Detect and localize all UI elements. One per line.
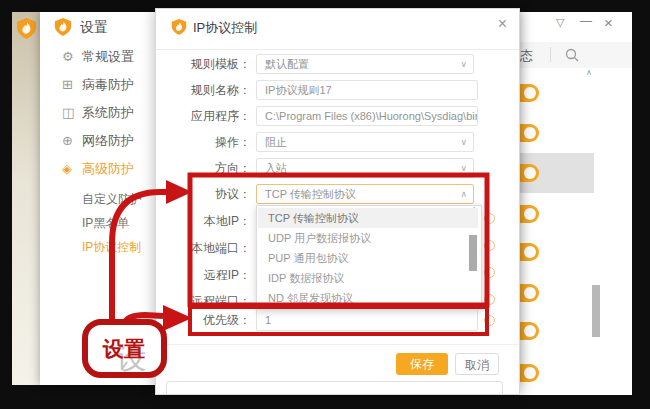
application-path-input[interactable]: C:\Program Files (x86)\Huorong\Sysdiag\b…	[256, 106, 478, 126]
status-column-label: 态	[520, 47, 533, 65]
dropdown-option-tcp[interactable]: TCP 传输控制协议	[258, 208, 478, 228]
sidebar-item-virus-protection[interactable]: ⊞病毒防护	[62, 75, 134, 95]
protection-toggle[interactable]	[518, 243, 539, 261]
remote-port-label: 远程端口：	[171, 291, 251, 311]
toggle-knob	[524, 246, 536, 258]
sidebar-subitem-ip-protocol-control[interactable]: IP协议控制	[82, 237, 141, 257]
toggle-knob	[524, 367, 536, 379]
close-icon[interactable]: ×	[498, 15, 507, 33]
chevron-up-icon[interactable]: ∧	[586, 68, 592, 77]
list-header-bar: 态	[518, 42, 632, 68]
rule-name-label: 规则名称：	[171, 80, 251, 100]
system-shield-icon: ◫	[62, 103, 82, 123]
dropdown-option-udp[interactable]: UDP 用户数据报协议	[258, 228, 478, 248]
main-window-panel: ▽ — × 态 ∧	[518, 12, 632, 395]
protection-toggle[interactable]	[518, 164, 539, 182]
rule-template-value: 默认配置	[265, 58, 309, 70]
close-icon[interactable]: ×	[604, 14, 613, 31]
priority-label: 优先级：	[171, 310, 251, 330]
virus-shield-icon: ⊞	[62, 75, 82, 95]
toggle-knob	[524, 325, 536, 337]
protection-toggle[interactable]	[518, 84, 539, 102]
direction-label: 方向：	[171, 158, 251, 178]
priority-value: 1	[265, 314, 271, 326]
toggle-knob	[524, 167, 536, 179]
sidebar-item-label: 网络防护	[82, 133, 134, 148]
sidebar-item-general[interactable]: ⚙常规设置	[62, 47, 134, 67]
chevron-down-icon: ∨	[460, 55, 467, 73]
toggle-knob	[524, 87, 536, 99]
dialog-title: IP协议控制	[193, 19, 257, 37]
partial-input-field	[166, 381, 503, 395]
info-icon[interactable]	[484, 213, 495, 224]
application-label: 应用程序：	[171, 106, 251, 126]
divider	[156, 49, 519, 50]
scrollbar-thumb[interactable]	[469, 235, 477, 271]
chevron-down-icon: ∨	[460, 159, 467, 177]
direction-select[interactable]: 入站 ∨	[256, 158, 474, 178]
huorong-logo-icon	[54, 17, 72, 41]
scrollbar-thumb[interactable]	[592, 285, 600, 337]
sidebar-item-advanced-protection[interactable]: ◈高级防护	[62, 159, 134, 179]
minimize-icon[interactable]: —	[580, 14, 592, 28]
settings-window-title: 设置	[80, 19, 108, 37]
remote-ip-label: 远程IP：	[171, 265, 251, 285]
sidebar-item-label: 病毒防护	[82, 77, 134, 92]
info-icon[interactable]	[484, 267, 495, 278]
menu-icon[interactable]: ▽	[556, 16, 564, 29]
protocol-dropdown-list: ∧ TCP 传输控制协议 UDP 用户数据报协议 PUP 通用包协议 IDP 数…	[256, 205, 482, 310]
action-label: 操作：	[171, 132, 251, 152]
toggle-knob	[524, 208, 536, 220]
chevron-down-icon: ∨	[460, 133, 467, 151]
protocol-label: 协议：	[171, 184, 251, 204]
protection-toggle[interactable]	[518, 364, 539, 382]
dropdown-option-nd[interactable]: ND 邻居发现协议	[258, 288, 478, 308]
network-globe-icon: ⊕	[62, 131, 82, 151]
sidebar-subitem-ip-blacklist[interactable]: IP黑名单	[82, 213, 129, 233]
local-ip-label: 本地IP：	[171, 211, 251, 231]
sidebar-subitem-custom-protection[interactable]: 自定义防护	[82, 189, 142, 209]
info-icon[interactable]	[484, 240, 495, 251]
divider	[550, 47, 551, 62]
protection-toggle[interactable]	[518, 124, 539, 142]
gem-icon: ◈	[62, 159, 82, 179]
info-icon[interactable]	[484, 315, 495, 326]
sidebar-item-label: 高级防护	[82, 161, 134, 176]
sidebar-item-system-protection[interactable]: ◫系统防护	[62, 103, 134, 123]
rule-template-label: 规则模板：	[171, 54, 251, 74]
direction-value: 入站	[265, 162, 287, 174]
sidebar-item-network-protection[interactable]: ⊕网络防护	[62, 131, 134, 151]
action-value: 阻止	[265, 136, 287, 148]
protocol-value: TCP 传输控制协议	[265, 188, 356, 200]
protection-toggle[interactable]	[518, 284, 539, 302]
action-select[interactable]: 阻止 ∨	[256, 132, 474, 152]
local-port-label: 本地端口：	[171, 238, 251, 258]
priority-input[interactable]: 1	[256, 309, 478, 331]
huorong-logo-icon	[16, 17, 37, 44]
protection-toggle[interactable]	[518, 322, 539, 340]
rule-template-select[interactable]: 默认配置 ∨	[256, 54, 474, 74]
screenshot-canvas: ▽ — × 态 ∧ 设置 ⚙常规设置 ⊞病毒防护	[0, 0, 650, 409]
dropdown-option-idp[interactable]: IDP 数据报协议	[258, 268, 478, 288]
protection-toggle[interactable]	[518, 205, 539, 223]
chevron-up-icon: ∧	[460, 185, 467, 203]
gear-icon: ⚙	[62, 47, 82, 67]
search-icon[interactable]	[564, 47, 580, 67]
sidebar-item-label: 常规设置	[82, 49, 134, 64]
sidebar-item-label: 系统防护	[82, 105, 134, 120]
huorong-logo-icon	[171, 18, 187, 40]
divider	[156, 344, 519, 345]
application-path-value: C:\Program Files (x86)\Huorong\Sysdiag\b…	[265, 110, 478, 122]
dropdown-option-pup[interactable]: PUP 通用包协议	[258, 248, 478, 268]
save-button[interactable]: 保存	[396, 353, 448, 375]
toggle-knob	[524, 127, 536, 139]
protocol-select[interactable]: TCP 传输控制协议 ∧	[256, 184, 474, 204]
toggle-knob	[524, 287, 536, 299]
rule-name-value: IP协议规则17	[265, 84, 332, 96]
cancel-button[interactable]: 取消	[455, 353, 499, 375]
rule-name-input[interactable]: IP协议规则17	[256, 80, 478, 100]
background-window-strip	[12, 12, 41, 385]
info-icon[interactable]	[484, 294, 495, 305]
ip-protocol-control-dialog: IP协议控制 × 规则模板： 默认配置 ∨ 规则名称： IP协议规则17 应用程…	[155, 8, 520, 395]
